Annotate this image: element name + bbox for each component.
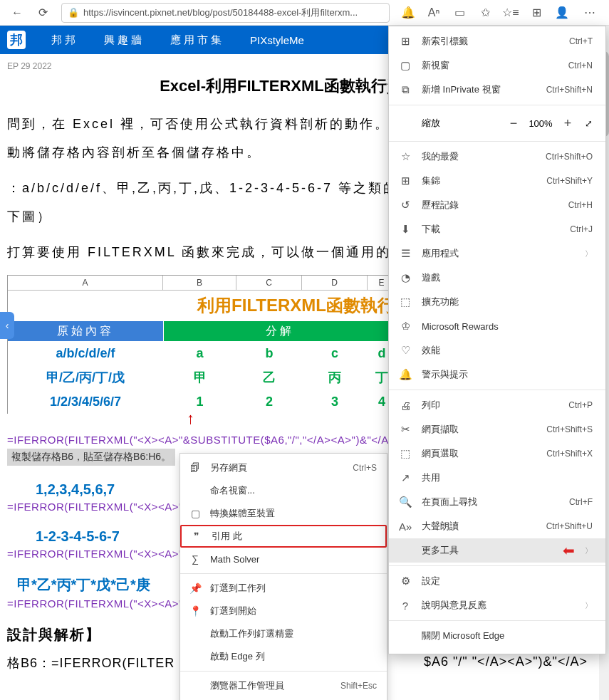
cell-split: b [236, 341, 302, 365]
menu-icon: ♡ [399, 344, 412, 357]
refresh-button[interactable]: ⟳ [31, 1, 54, 24]
settings-menu-item[interactable]: ⬚網頁選取Ctrl+Shift+X [389, 442, 605, 466]
settings-menu-item[interactable]: ✂網頁擷取Ctrl+Shift+S [389, 417, 605, 442]
menu-shortcut: Ctrl+J [570, 224, 593, 234]
address-bar[interactable]: 🔒 https://isvincent.pixnet.net/blog/post… [61, 3, 390, 23]
settings-menu-item[interactable]: 更多工具⬅〉 [389, 538, 605, 563]
settings-menu-item[interactable]: ♡效能 [389, 338, 605, 362]
settings-menu-item[interactable]: A»大聲朗讀Ctrl+Shift+U [389, 514, 605, 538]
collections-icon[interactable]: ⊞ [525, 1, 548, 24]
settings-menu-item[interactable]: ⬚擴充功能 [389, 290, 605, 314]
settings-menu-item[interactable]: ♔Microsoft Rewards [389, 314, 605, 338]
cell-split: 1 [163, 390, 236, 414]
zoom-in-button[interactable]: + [557, 116, 578, 131]
context-menu-item[interactable]: ❞引用 此 [180, 525, 387, 548]
nav-item[interactable]: 興趣牆 [104, 33, 145, 47]
menu-icon: ❞ [190, 531, 203, 542]
site-logo[interactable]: 邦 [7, 31, 26, 49]
settings-menu-item[interactable]: ↺歷程記錄Ctrl+H [389, 193, 605, 217]
menu-label: 釘選到開始 [210, 605, 377, 617]
settings-menu-item[interactable]: ⚙設定 [389, 569, 605, 593]
menu-icon: ▢ [189, 508, 202, 519]
settings-menu-item[interactable]: ⊞集錦Ctrl+Shift+Y [389, 169, 605, 193]
menu-label: Math Solver [210, 554, 377, 565]
settings-menu-item[interactable]: ◔遊戲 [389, 266, 605, 290]
settings-menu-item[interactable]: 🖨列印Ctrl+P [389, 393, 605, 417]
menu-shortcut: Shift+Esc [340, 681, 377, 691]
menu-label: 大聲朗讀 [422, 520, 536, 533]
settings-menu-item[interactable]: ↗共用 [389, 466, 605, 490]
menu-icon: ∑ [189, 553, 202, 565]
reader-icon[interactable]: ▭ [448, 1, 471, 24]
context-menu-item[interactable]: 📍釘選到開始 [180, 600, 387, 622]
side-tab[interactable]: ‹ [0, 312, 14, 339]
menu-shortcut: Ctrl+N [568, 61, 593, 70]
menu-label: 擴充功能 [422, 296, 593, 308]
favorites-bar-icon[interactable]: ☆≡ [499, 1, 522, 24]
menu-icon: ⊞ [399, 35, 412, 48]
more-button[interactable]: ⋯ [576, 1, 603, 24]
settings-menu-item[interactable]: 關閉 Microsoft Edge [389, 624, 605, 648]
nav-item[interactable]: PIXstyleMe [250, 34, 304, 46]
menu-shortcut: Ctrl+F [569, 497, 593, 507]
menu-label: 警示與提示 [422, 368, 593, 381]
menu-label: 效能 [422, 344, 593, 357]
menu-shortcut: Ctrl+Shift+U [546, 521, 593, 531]
settings-menu-item[interactable]: ▢新視窗Ctrl+N [389, 53, 605, 78]
col-header: A [8, 276, 163, 291]
menu-label: 關閉 Microsoft Edge [422, 630, 593, 642]
cell-split: 3 [302, 390, 368, 414]
settings-menu-item[interactable]: ⧉新增 InPrivate 視窗Ctrl+Shift+N [389, 78, 605, 102]
menu-label: 在頁面上尋找 [422, 496, 559, 508]
favorite-icon[interactable]: ✩ [474, 1, 496, 24]
notification-icon[interactable]: 🔔 [397, 1, 420, 24]
menu-icon: ☆ [399, 150, 412, 163]
menu-shortcut: Ctrl+Shift+X [546, 449, 593, 459]
settings-menu-item[interactable]: ☆我的最愛Ctrl+Shift+O [389, 145, 605, 169]
context-menu-item[interactable]: 瀏覽器工作管理員Shift+Esc [180, 674, 387, 697]
menu-icon: ◔ [399, 271, 412, 284]
menu-label: 遊戲 [422, 271, 593, 284]
nav-item[interactable]: 邦邦 [51, 33, 78, 47]
menu-shortcut: Ctrl+Shift+N [546, 85, 593, 95]
nav-item[interactable]: 應用市集 [170, 33, 224, 47]
menu-icon: ▢ [399, 59, 412, 72]
browser-toolbar: ← ⟳ 🔒 https://isvincent.pixnet.net/blog/… [0, 0, 609, 26]
menu-label: 設定 [422, 575, 593, 587]
menu-icon: 🔔 [399, 368, 412, 381]
context-menu-item[interactable]: 🗐另存網頁Ctrl+S [180, 456, 387, 479]
cell-original: 甲/乙/丙/丁/戊 [8, 365, 163, 390]
context-menu-item[interactable]: ▢轉換媒體至裝置 [180, 502, 387, 525]
context-menu-item[interactable]: 📌釘選到工作列 [180, 577, 387, 600]
settings-menu-item[interactable]: 🔔警示與提示 [389, 362, 605, 387]
settings-menu-item[interactable]: ☰應用程式〉 [389, 241, 605, 266]
settings-menu-item[interactable]: ?說明與意見反應〉 [389, 593, 605, 617]
read-aloud-icon[interactable]: Aⁿ [422, 1, 445, 24]
menu-icon: 📍 [189, 605, 202, 617]
menu-icon: ♔ [399, 320, 412, 333]
zoom-out-button[interactable]: − [503, 116, 524, 131]
context-menu-item[interactable]: ∑Math Solver [180, 548, 387, 570]
col-header: D [302, 276, 368, 291]
cell-split: 2 [236, 390, 302, 414]
fullscreen-button[interactable]: ⤢ [578, 118, 598, 129]
settings-menu-item[interactable]: ⬇下載Ctrl+J [389, 217, 605, 241]
menu-label: 我的最愛 [422, 150, 536, 163]
context-menu-item[interactable]: 啟動工作列釘選精靈 [180, 622, 387, 645]
context-menu-item[interactable]: 命名視窗... [180, 479, 387, 502]
settings-menu-item[interactable]: ⊞新索引標籤Ctrl+T [389, 29, 605, 53]
menu-icon: ☰ [399, 247, 412, 260]
menu-icon: ⬚ [399, 296, 412, 308]
back-button[interactable]: ← [6, 1, 28, 24]
profile-icon[interactable]: 👤 [551, 1, 573, 24]
menu-label: 說明與意見反應 [422, 599, 575, 612]
context-menu-item[interactable]: 開發人員工具Ctrl+Shift+I [180, 697, 387, 700]
menu-label: 共用 [422, 471, 593, 484]
context-menu-item[interactable]: 啟動 Edge 列 [180, 645, 387, 668]
menu-icon: 🖨 [399, 399, 412, 412]
table-header: 分解 [163, 321, 396, 341]
settings-menu-item[interactable]: 🔍在頁面上尋找Ctrl+F [389, 490, 605, 514]
menu-label: 下載 [422, 223, 560, 236]
menu-label: 新視窗 [422, 59, 558, 72]
cell-split: c [302, 341, 368, 365]
